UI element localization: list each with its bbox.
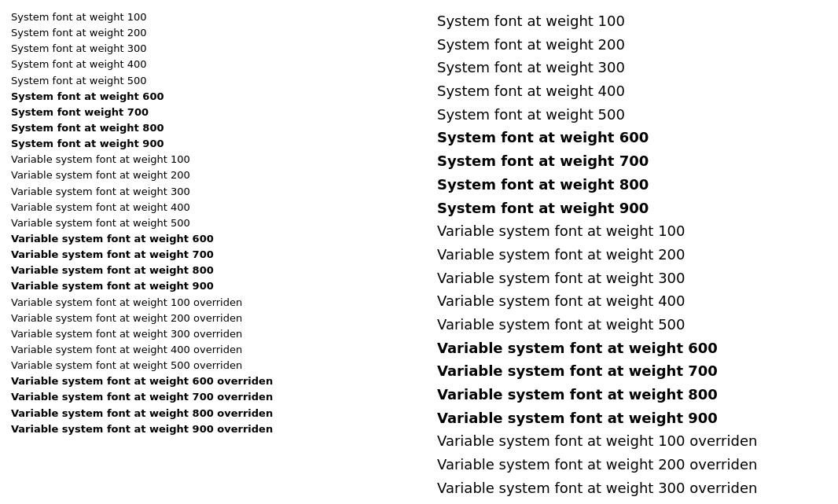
left-text-item: Variable system font at weight 100 — [11, 152, 401, 167]
left-text-item: Variable system font at weight 200 — [11, 167, 401, 183]
left-text-item: System font at weight 100 — [11, 9, 401, 25]
right-text-item: System font at weight 300 — [437, 56, 827, 79]
right-text-item: Variable system font at weight 300 overr… — [437, 476, 827, 500]
right-text-item: System font at weight 800 — [437, 173, 827, 197]
right-text-item: Variable system font at weight 600 — [437, 337, 827, 360]
right-text-item: Variable system font at weight 400 — [437, 289, 827, 313]
left-text-item: Variable system font at weight 100 overr… — [11, 295, 401, 311]
left-text-item: Variable system font at weight 700 overr… — [11, 389, 401, 405]
left-text-item: System font at weight 500 — [11, 73, 401, 89]
left-text-item: System font at weight 400 — [11, 57, 401, 72]
left-column: System font at weight 100System font at … — [6, 6, 406, 504]
left-text-item: System font at weight 200 — [11, 25, 401, 41]
left-text-item: Variable system font at weight 900 overr… — [11, 421, 401, 437]
right-text-item: System font at weight 600 — [437, 126, 827, 149]
left-text-item: Variable system font at weight 300 overr… — [11, 326, 401, 342]
left-text-item: Variable system font at weight 400 overr… — [11, 342, 401, 358]
left-text-item: Variable system font at weight 400 — [11, 200, 401, 215]
left-text-item: System font at weight 900 — [11, 136, 401, 152]
left-text-item: Variable system font at weight 600 overr… — [11, 373, 401, 389]
left-text-item: Variable system font at weight 200 overr… — [11, 311, 401, 326]
left-text-item: Variable system font at weight 800 overr… — [11, 406, 401, 421]
right-column: System font at weight 100System font at … — [406, 6, 832, 504]
left-text-item: Variable system font at weight 900 — [11, 278, 401, 294]
left-text-item: Variable system font at weight 500 overr… — [11, 358, 401, 373]
right-text-item: Variable system font at weight 800 — [437, 383, 827, 407]
right-text-item: Variable system font at weight 900 — [437, 407, 827, 430]
right-text-item: System font at weight 200 — [437, 33, 827, 57]
right-text-item: System font at weight 500 — [437, 103, 827, 127]
right-text-item: System font at weight 400 — [437, 79, 827, 103]
right-text-item: System font at weight 100 — [437, 9, 827, 33]
left-text-item: Variable system font at weight 600 — [11, 231, 401, 247]
right-text-item: Variable system font at weight 100 overr… — [437, 429, 827, 453]
left-text-item: System font at weight 800 — [11, 120, 401, 136]
right-text-item: Variable system font at weight 100 — [437, 219, 827, 243]
left-text-item: System font at weight 600 — [11, 89, 401, 105]
right-text-item: Variable system font at weight 700 — [437, 359, 827, 383]
left-text-item: System font weight 700 — [11, 105, 401, 120]
right-text-item: Variable system font at weight 200 overr… — [437, 453, 827, 476]
left-text-item: Variable system font at weight 800 — [11, 263, 401, 278]
right-text-item: Variable system font at weight 500 — [437, 313, 827, 337]
left-text-item: System font at weight 300 — [11, 41, 401, 57]
right-text-item: System font at weight 900 — [437, 197, 827, 220]
left-text-item: Variable system font at weight 500 — [11, 215, 401, 231]
left-text-item: Variable system font at weight 700 — [11, 247, 401, 263]
right-text-item: Variable system font at weight 300 — [437, 267, 827, 290]
right-text-item: Variable system font at weight 200 — [437, 243, 827, 267]
left-text-item: Variable system font at weight 300 — [11, 184, 401, 200]
right-text-item: System font at weight 700 — [437, 149, 827, 173]
right-text-item: Variable system font at weight 400 overr… — [437, 499, 827, 504]
